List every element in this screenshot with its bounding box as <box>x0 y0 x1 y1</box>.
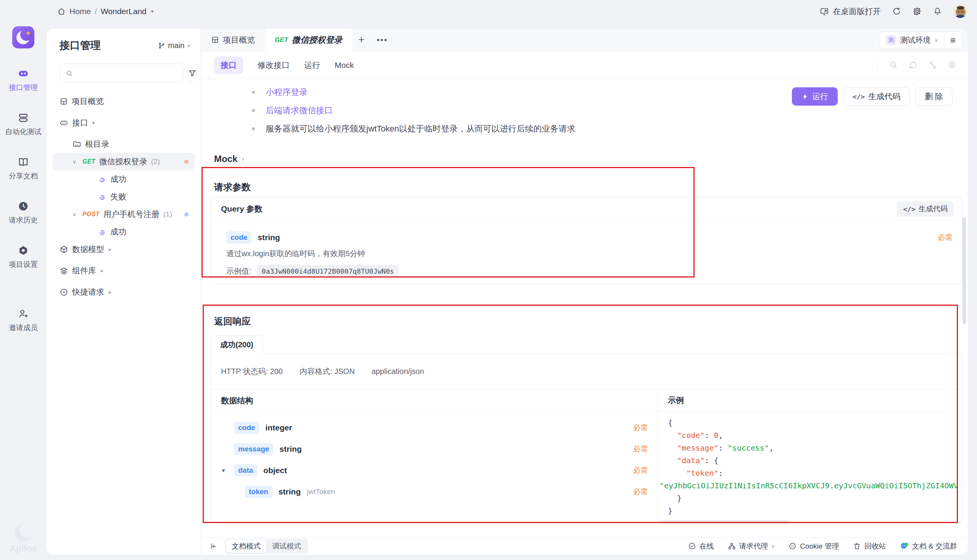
code-icon: </> <box>853 93 865 101</box>
api-manage-icon <box>17 67 29 80</box>
chevron-down-icon[interactable]: ∨ <box>72 158 79 165</box>
response-section-title: 返回响应 <box>214 315 251 327</box>
subtab-1[interactable]: 修改接口 <box>258 60 289 70</box>
example-value[interactable]: 0a3JwN000i4d8U172B0007q8TU0JwN0s <box>257 265 399 278</box>
tab-project-overview[interactable]: 项目概览 <box>201 28 265 51</box>
rail-item-1[interactable]: 自动化测试 <box>5 112 42 137</box>
bottombar-item-1[interactable]: 请求代理∨ <box>728 541 775 551</box>
code-icon: </> <box>903 205 915 213</box>
content-format-value: JSON <box>334 367 355 375</box>
required-badge: 必需 <box>633 444 647 454</box>
environment-selector[interactable]: 测 测试环境 ∨ <box>880 35 944 45</box>
horizontal-scrollbar[interactable] <box>659 520 789 524</box>
gear-icon[interactable] <box>912 7 922 16</box>
query-params-card: Query 参数 </> 生成代码 code string 必需 通过wx.lo… <box>211 197 962 284</box>
expand-toggle-icon[interactable]: ▼ <box>221 468 228 473</box>
bottombar-item-2[interactable]: Cookie 管理 <box>788 541 839 551</box>
debug-mode-option[interactable]: 调试模式 <box>266 540 307 553</box>
doc-mode-option[interactable]: 文档模式 <box>226 540 266 553</box>
project-caret-icon[interactable]: ▾ <box>151 8 154 14</box>
search-input[interactable] <box>60 64 183 83</box>
bottombar-item-3[interactable]: 回收站 <box>853 541 886 551</box>
filter-button[interactable] <box>188 64 197 83</box>
tree-item-1[interactable]: 接口▾ <box>53 114 195 132</box>
layers-icon <box>60 267 68 275</box>
tree-item-7[interactable]: 成功 <box>53 223 195 240</box>
rail-item-label: 请求历史 <box>9 215 38 225</box>
bottombar-item-4[interactable]: 文档 & 交流群 <box>900 541 957 551</box>
breadcrumb-project[interactable]: WonderLand <box>101 7 147 16</box>
tree-item-label: 组件库 <box>72 265 96 276</box>
comment-tool-icon[interactable] <box>909 61 917 69</box>
invite-member-button[interactable]: 邀请成员 <box>9 308 38 333</box>
tree-item-10[interactable]: 快捷请求▸ <box>53 283 195 301</box>
tree-item-0[interactable]: 项目概览 <box>53 93 195 110</box>
tab-active-api[interactable]: GET 微信授权登录 <box>265 28 352 52</box>
chevron-down-icon[interactable]: ∨ <box>72 211 79 217</box>
subtab-3[interactable]: Mock <box>335 61 354 70</box>
rail-item-0[interactable]: 接口管理 <box>5 67 42 93</box>
bottombar-item-0[interactable]: 在线 <box>688 541 714 551</box>
schema-field-data: ▼dataobject必需 <box>221 460 647 481</box>
auto-test-icon <box>18 112 29 124</box>
caret-down-icon[interactable]: ▾ <box>92 120 98 126</box>
mock-section-header[interactable]: Mock › <box>214 153 244 164</box>
rail-item-3[interactable]: 请求历史 <box>5 200 42 225</box>
tab-bar: 项目概览 GET 微信授权登录 + ••• 测 测试环境 ∨ ≡ <box>201 28 968 52</box>
share-tool-icon[interactable] <box>928 61 937 69</box>
field-name-badge: message <box>234 443 273 455</box>
breadcrumb-home[interactable]: Home <box>69 7 91 16</box>
collapse-sidebar-icon[interactable] <box>209 542 218 550</box>
rail-item-2[interactable]: 分享文档 <box>5 156 42 181</box>
target-tool-icon[interactable] <box>948 61 956 69</box>
overview-icon <box>211 36 219 44</box>
bottombar-item-label: 请求代理 <box>739 541 768 551</box>
rail-item-4[interactable]: 项目设置 <box>5 244 42 270</box>
run-button[interactable]: 运行 <box>792 87 838 106</box>
required-badge: 必需 <box>938 233 952 242</box>
apifox-logo[interactable]: ✦ <box>12 26 34 48</box>
mode-switch: 文档模式 调试模式 <box>225 538 308 554</box>
delete-button[interactable]: 删 除 <box>915 87 953 106</box>
vertical-scrollbar[interactable] <box>962 217 966 324</box>
tab-method-badge: GET <box>275 36 288 44</box>
tree-panel: 接口管理 main ∨ + 项目概览接口▾根目录∨GET微信授权登录(2)成功失… <box>47 28 201 555</box>
generate-code-button[interactable]: </> 生成代码 <box>843 87 910 106</box>
query-generate-code-button[interactable]: </> 生成代码 <box>897 201 954 217</box>
bell-icon[interactable] <box>933 7 942 16</box>
tree-item-2[interactable]: 根目录 <box>53 135 195 153</box>
apifox-watermark-label: Apifox <box>10 543 37 554</box>
field-type: string <box>279 445 301 453</box>
tree-item-label: 成功 <box>110 174 126 185</box>
caret-down-icon: ∨ <box>772 543 775 549</box>
doc-link-1[interactable]: 后端请求微信接口 <box>252 102 575 120</box>
subtab-2[interactable]: 运行 <box>304 60 320 70</box>
description-list: 小程序登录后端请求微信接口服务器就可以给小程序颁发jwtToken以处于临时登录… <box>252 83 575 138</box>
subtab-0[interactable]: 接口 <box>214 57 243 74</box>
tree-item-post-6[interactable]: ∨POST用户手机号注册(1) <box>53 205 195 223</box>
tree-item-4[interactable]: 成功 <box>53 170 195 188</box>
history-icon <box>18 200 29 212</box>
history-tool-icon[interactable] <box>889 61 898 69</box>
branch-selector[interactable]: main ∨ <box>158 41 191 50</box>
tree-item-8[interactable]: 数据模型▸ <box>53 240 195 258</box>
method-badge: POST <box>82 211 100 218</box>
response-tab-success[interactable]: 成功(200) <box>211 335 263 354</box>
trash-icon <box>853 542 861 550</box>
doc-link-0[interactable]: 小程序登录 <box>252 83 575 102</box>
caret-right-icon[interactable]: ▸ <box>109 289 111 295</box>
caret-right-icon[interactable]: ▸ <box>109 246 111 252</box>
http-status-label: HTTP 状态码: <box>221 367 268 375</box>
layout-menu-button[interactable]: ≡ <box>945 35 961 46</box>
tree-item-5[interactable]: 失败 <box>53 188 195 205</box>
tree-item-get-3[interactable]: ∨GET微信授权登录(2) <box>53 153 195 170</box>
refresh-icon[interactable] <box>892 7 901 16</box>
tree-item-9[interactable]: 组件库▸ <box>53 262 195 280</box>
new-tab-button[interactable]: + <box>352 34 371 46</box>
branch-icon <box>158 42 165 49</box>
tab-overflow-button[interactable]: ••• <box>371 35 394 45</box>
caret-right-icon[interactable]: ▸ <box>101 268 104 274</box>
schema-field-token: tokenstringjwtToken必需 <box>221 481 647 502</box>
open-in-desktop-button[interactable]: 在桌面版打开 <box>820 6 881 17</box>
avatar[interactable] <box>954 5 967 18</box>
